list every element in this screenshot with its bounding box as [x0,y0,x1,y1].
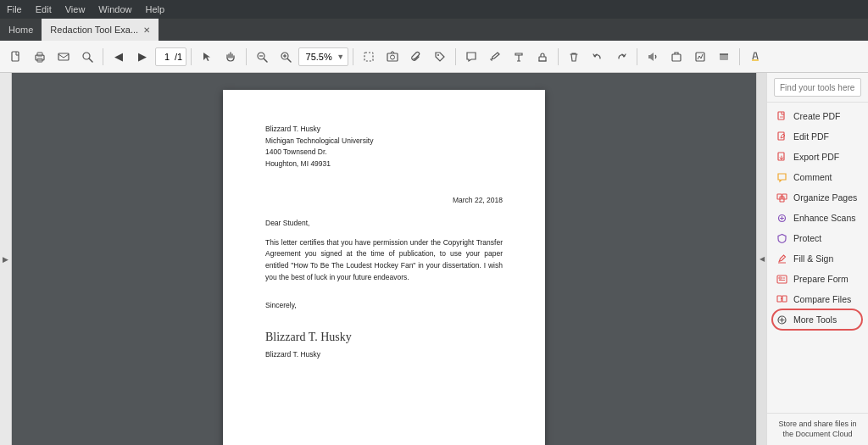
zoom-out-btn[interactable] [251,46,273,68]
search-btn[interactable] [76,46,98,68]
sidebar-item-compare-files[interactable]: Compare Files [767,289,868,309]
zoom-in-btn[interactable] [275,46,297,68]
sidebar-item-more-tools[interactable]: More Tools [767,309,868,330]
sep4 [353,48,353,65]
highlight-btn[interactable] [744,46,766,68]
new-file-btn[interactable] [5,46,27,68]
right-panel-collapse[interactable]: ◀ [756,73,766,445]
left-panel-toggle[interactable]: ▶ [1,251,11,268]
tab-bar: Home Redaction Tool Exa... ✕ [0,19,868,41]
prepare-form-label: Prepare Form [793,274,849,284]
undo-btn[interactable] [587,46,609,68]
zoom-dropdown-icon: ▼ [337,53,344,61]
sidebar-item-create-pdf[interactable]: Create PDF [767,106,868,126]
sep5 [455,48,456,65]
print-btn[interactable] [29,46,51,68]
tab-redaction[interactable]: Redaction Tool Exa... ✕ [42,19,159,41]
sidebar-item-edit-pdf[interactable]: Edit PDF [767,126,868,147]
more-tools-label: More Tools [793,314,837,325]
sender-info: Blizzard T. Husky Michigan Technological… [265,124,503,170]
sidebar-items: Create PDF Edit PDF Export PDF [767,103,868,413]
sep2 [191,48,192,65]
export-pdf-label: Export PDF [793,152,839,162]
sign-btn[interactable] [689,46,711,68]
protect-label: Protect [793,233,821,243]
svg-line-14 [288,58,292,62]
tab-home[interactable]: Home [0,19,42,41]
create-pdf-icon [776,110,787,122]
zoom-input[interactable]: 75.5% [303,52,335,62]
svg-rect-15 [364,53,373,61]
menu-bar: File Edit View Window Help [0,0,868,19]
menu-help[interactable]: Help [145,4,164,14]
svg-rect-24 [752,59,759,61]
doc-date: March 22, 2018 [265,195,503,206]
comment-label: Comment [793,172,832,182]
left-panel: ▶ [0,73,12,445]
audio-btn[interactable] [642,46,664,68]
sep8 [739,48,740,65]
prepare-form-icon [776,273,787,285]
hand-tool-btn[interactable] [220,46,242,68]
sep6 [558,48,559,65]
svg-rect-35 [779,277,782,279]
redact-btn[interactable] [713,46,735,68]
comment-sidebar-icon [776,171,787,183]
svg-rect-4 [58,53,69,60]
compare-files-icon [776,293,787,305]
more-tools-icon [776,314,787,325]
sender-name: Blizzard T. Husky [265,124,503,136]
sidebar-item-fill-sign[interactable]: Fill & Sign [767,248,868,269]
attach-btn[interactable] [405,46,427,68]
sep3 [246,48,247,65]
tab-close-icon[interactable]: ✕ [143,25,150,35]
menu-window[interactable]: Window [98,4,131,14]
tag-btn[interactable] [429,46,451,68]
svg-rect-23 [720,54,728,60]
prev-page-btn[interactable]: ◀ [108,46,130,68]
svg-rect-34 [777,275,787,283]
enhance-scans-label: Enhance Scans [793,213,856,223]
svg-rect-0 [12,52,19,61]
sidebar-item-export-pdf[interactable]: Export PDF [767,147,868,167]
cursor-tool-btn[interactable] [196,46,218,68]
sidebar-item-protect[interactable]: Protect [767,228,868,248]
share-btn[interactable] [665,46,687,68]
doc-signatory: Blizzard T. Husky [265,349,503,360]
sidebar-item-organize-pages[interactable]: Organize Pages [767,187,868,208]
menu-view[interactable]: View [65,4,86,14]
stamp-btn[interactable] [531,46,554,68]
menu-file[interactable]: File [7,4,22,14]
sidebar-item-enhance-scans[interactable]: Enhance Scans [767,208,868,228]
svg-point-18 [437,54,439,56]
fill-sign-label: Fill & Sign [793,253,833,264]
doc-signature: Blizzard T. Husky [265,328,503,346]
comment-btn[interactable] [460,46,482,68]
redo-btn[interactable] [610,46,632,68]
organize-pages-icon [776,192,787,203]
sep7 [637,48,637,65]
text-btn[interactable] [508,46,530,68]
menu-edit[interactable]: Edit [36,4,52,14]
doc-closing: Sincerely, [265,300,503,311]
svg-marker-7 [203,53,210,61]
zoom-control[interactable]: 75.5% ▼ [298,47,348,66]
sep1 [103,48,103,65]
snapshot-btn[interactable] [381,46,403,68]
sidebar-item-prepare-form[interactable]: Prepare Form [767,269,868,289]
pen-btn[interactable] [484,46,506,68]
svg-rect-20 [538,60,547,62]
page-input[interactable] [159,52,175,62]
sidebar-search-input[interactable] [774,78,861,97]
sidebar-search-area [767,73,868,103]
doc-salutation: Dear Student, [265,218,503,229]
svg-rect-21 [672,54,681,61]
sidebar-item-comment[interactable]: Comment [767,167,868,187]
delete-btn[interactable] [563,46,585,68]
email-btn[interactable] [53,46,75,68]
marquee-zoom-btn[interactable] [358,46,380,68]
next-page-btn[interactable]: ▶ [131,46,153,68]
pdf-viewer[interactable]: Blizzard T. Husky Michigan Technological… [12,73,756,445]
page-nav: / 1 [155,47,186,66]
page-total: 1 [177,52,182,62]
